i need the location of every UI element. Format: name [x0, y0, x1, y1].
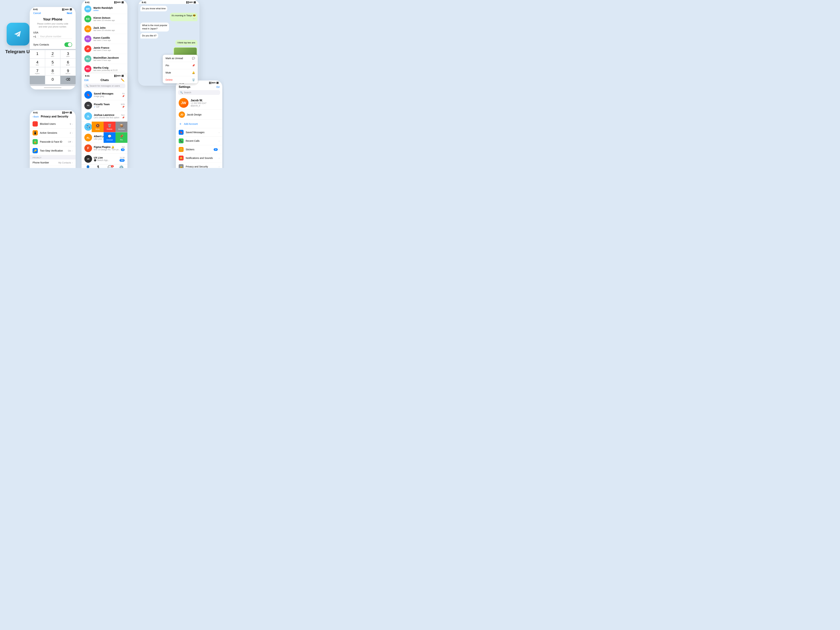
pin-swipe-button[interactable]: 📌 Pin — [115, 132, 127, 143]
country-code: +1 — [33, 35, 38, 38]
avatar-martha: MC — [84, 65, 92, 72]
add-account-label: Add Account — [184, 123, 198, 125]
contact-item[interactable]: KD Kieron Dotson last seen 10 minutes ag… — [82, 14, 127, 24]
back-button[interactable]: ‹ Back — [33, 115, 39, 118]
numpad-6[interactable]: 6MNO — [60, 58, 76, 67]
avatar-karen: KC — [84, 35, 92, 43]
contacts-status-icons: ▐▐ WiFi ⬛ — [114, 1, 124, 3]
chat-joshua[interactable]: JL Joshua Lawrence Sun Let's choose the … — [82, 111, 127, 122]
numpad-2[interactable]: 2ABC — [45, 50, 60, 58]
settings-search-bar[interactable]: 🔍 Search — [178, 90, 220, 95]
avatar-jamie: JF — [84, 45, 92, 52]
phone-input-row[interactable]: +1 Your phone number — [33, 35, 72, 39]
settings-search-icon: 🔍 — [180, 91, 183, 94]
numpad-4[interactable]: 4GHI — [30, 58, 45, 67]
chat-pixsellz[interactable]: PX Pixsellz Team 9/29 ✓ GIF 📌 — [82, 100, 127, 111]
logo-section: Telegram UI — [5, 23, 31, 54]
last-seen-item[interactable]: Last Seen & Online Nobody (+14) › — [30, 166, 76, 168]
saved-messages-icon: 🔖 — [179, 130, 183, 135]
contact-item[interactable]: KC Karen Castillo last seen 1 hour ago — [82, 34, 127, 44]
delete-label: Delete — [107, 128, 112, 130]
msg-2: It's morning in Tokyo 😎 ✓✓ — [170, 13, 197, 21]
two-step-item[interactable]: 🔑 Two-Step Verification On › — [30, 146, 76, 155]
twostep-icon-box: 🔑 — [33, 148, 38, 153]
add-account-row[interactable]: ＋ Add Account — [176, 120, 222, 128]
numpad-7[interactable]: 7PQRS — [30, 67, 45, 76]
blocked-users-item[interactable]: 🚫 Blocked Users 9 › — [30, 120, 76, 128]
unread-swipe-button[interactable]: 💬 Unread — [104, 132, 115, 143]
passcode-item[interactable]: 🔒 Passcode & Face ID Off › — [30, 137, 76, 146]
contact-item[interactable]: JF Jamie Franco last seen 2 hour ago — [82, 44, 127, 54]
ctx-mute[interactable]: Mute 🔔 — [163, 69, 198, 76]
mute-icon: 🔕 — [96, 124, 99, 128]
conv-time: 9:41 — [142, 1, 146, 4]
privacy-security-icon: 🔒 — [179, 164, 183, 168]
nav-contacts-cl[interactable]: 👤 Contacts — [85, 166, 92, 168]
contacts-status-bar: 9:41 ▐▐ WiFi ⬛ — [82, 0, 127, 4]
contact-item[interactable]: MC Martha Craig last seen yesterday at 2… — [82, 64, 127, 74]
messages-area: Do you know what time It's morning in To… — [138, 4, 199, 86]
profile-name: Jacob W. — [191, 99, 219, 102]
archive-swipe-button[interactable]: 📦 Archive — [115, 122, 127, 132]
numpad: 1 2ABC 3DEF 4GHI 5JKL 6MNO 7PQRS 8TUV 9W… — [30, 49, 76, 86]
active-sessions-item[interactable]: 📱 Active Sessions 2 › — [30, 128, 76, 137]
numpad-9[interactable]: 9WXYZ — [60, 67, 76, 76]
numpad-8[interactable]: 8TUV — [45, 67, 60, 76]
numpad-0[interactable]: 0 — [45, 76, 60, 84]
chat-figma-plugins[interactable]: F Figma Plugins 🔔 Sat iOS 13 Design Kit.… — [82, 143, 127, 154]
stickers-badge: 15 — [214, 148, 218, 151]
notifications-item[interactable]: 🔔 Notifications and Sounds › — [176, 154, 222, 163]
chevron-icon: › — [219, 157, 219, 159]
nav-settings-cl[interactable]: ⚙️ Settings — [118, 166, 125, 168]
chevron-icon: › — [219, 140, 219, 142]
chat-telegram-designers[interactable]: ✈️ Telegram Designers 10:42 GIF, Suggest… — [82, 122, 127, 132]
delete-swipe-button[interactable]: 🗑️ Delete — [104, 122, 115, 132]
numpad-5[interactable]: 5JKL — [45, 58, 60, 67]
nav-chats-cl[interactable]: 💬 2 Chats — [107, 166, 112, 168]
contact-item[interactable]: MR Martin Randolph online — [82, 4, 127, 14]
contact-item[interactable]: MJ Maximillian Jacobson last seen 5 hour… — [82, 54, 127, 64]
recent-calls-item[interactable]: 📞 Recent Calls › — [176, 137, 222, 145]
albert-swipe-actions: 💬 Unread 📌 Pin — [104, 132, 127, 143]
compose-icon[interactable]: ✏️ — [121, 78, 125, 82]
privacy-security-item[interactable]: 🔒 Privacy and Security › — [176, 163, 222, 168]
jacob-design-account[interactable]: JD Jacob Design — [176, 110, 222, 120]
chat-albert[interactable]: AL Albert Lasker 13:51 Like your quote a… — [82, 132, 127, 143]
nav-calls-cl[interactable]: 📞 Calls — [97, 166, 102, 168]
pin-icon: 📌 — [122, 116, 125, 119]
sessions-icon-box: 📱 — [33, 130, 38, 136]
ctx-mark-unread[interactable]: Mark as Unread 💬 — [163, 55, 198, 62]
stickers-item[interactable]: 😊 Stickers 15 › — [176, 145, 222, 154]
ctx-pin-label: Pin — [166, 64, 169, 67]
passcode-label: Passcode & Face ID — [40, 141, 68, 143]
mute-swipe-button[interactable]: 🔕 Mute — [92, 122, 104, 132]
ctx-delete[interactable]: Delete 🗑️ — [163, 76, 198, 83]
ctx-pin[interactable]: Pin 📌 — [163, 62, 198, 69]
ux-badge: 153 — [120, 159, 125, 162]
passcode-icon: 🔒 — [33, 140, 37, 144]
cancel-button[interactable]: Cancel — [33, 12, 41, 14]
sync-toggle[interactable] — [65, 43, 72, 47]
settings-nav-bar: Settings Ed — [176, 85, 222, 90]
chevron-icon: › — [72, 161, 73, 164]
settings-edit-button[interactable]: Ed — [216, 85, 219, 88]
chat-saved-messages[interactable]: 🔖 Saved Messages Fri image.jpeg 📌 — [82, 90, 127, 100]
saved-messages-item[interactable]: 🔖 Saved Messages › — [176, 128, 222, 137]
twostep-icon: 🔑 — [33, 149, 37, 152]
profile-section[interactable]: JW Jacob W. +1 202 555 0147 @jacob_d — [176, 96, 222, 110]
numpad-1[interactable]: 1 — [30, 50, 45, 58]
recent-calls-label: Recent Calls — [186, 139, 219, 142]
chats-search-bar[interactable]: 🔍 Search for messages or users — [84, 84, 125, 88]
contact-item[interactable]: ZJ Zack John last seen 25 minutes ago — [82, 24, 127, 34]
numpad-backspace[interactable]: ⌫ — [60, 76, 76, 84]
settings-search-placeholder: Search — [184, 91, 191, 94]
privacy-status-bar: 9:41 ▐▐ WiFi ⬛ — [30, 110, 76, 114]
numpad-3[interactable]: 3DEF — [60, 50, 76, 58]
edit-chats-button[interactable]: Edit — [84, 79, 88, 82]
chat-ux-live[interactable]: UX UX Live 11:30 ⚫ Sketch App... 153 — [82, 154, 127, 164]
phone-nav: Cancel Next — [30, 11, 76, 16]
next-button[interactable]: Next — [67, 12, 72, 14]
chats-badge-cl: 2 — [111, 165, 114, 167]
avatar-martin: MR — [84, 5, 92, 13]
phone-number-item[interactable]: Phone Number My Contacts › — [30, 159, 76, 166]
